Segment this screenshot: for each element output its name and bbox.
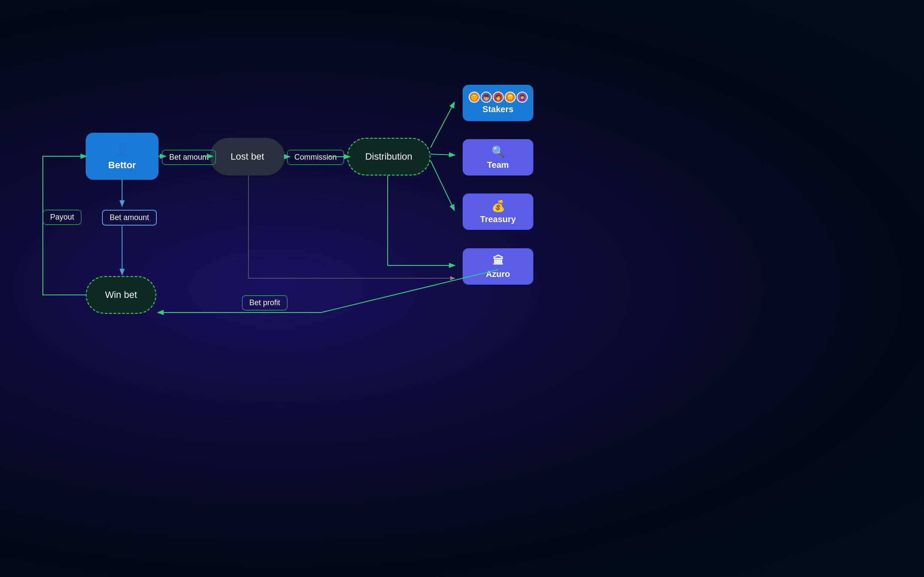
bettor-node: 👤 Bettor [86, 133, 158, 180]
avatar-3: 👩 [493, 92, 504, 103]
stakers-card: 😊 👦 👩 👱 👩‍🦱 Stakers [463, 85, 533, 121]
svg-line-6 [431, 161, 454, 210]
treasury-icon: 💰 [491, 199, 505, 213]
stakers-icons: 😊 👦 👩 👱 👩‍🦱 [469, 92, 528, 103]
bet-amount-label-vertical: Bet amount [102, 210, 157, 226]
svg-line-5 [431, 154, 454, 155]
distribution-label: Distribution [365, 151, 412, 162]
team-icon: 🔍 [491, 145, 505, 158]
payout-label: Payout [43, 210, 81, 225]
bettor-icon: 👤 [114, 142, 130, 157]
treasury-card: 💰 Treasury [463, 193, 533, 230]
bet-profit-label: Bet profit [242, 295, 287, 310]
win-bet-node: Win bet [86, 276, 156, 314]
avatar-4: 👱 [505, 92, 516, 103]
azuro-card: 🏛 Azuro [463, 248, 533, 285]
stakers-label: Stakers [482, 104, 513, 114]
distribution-node: Distribution [347, 138, 431, 175]
lost-bet-node: Lost bet [210, 138, 285, 175]
bettor-label: Bettor [108, 160, 136, 171]
avatar-5: 👩‍🦱 [517, 92, 528, 103]
azuro-label: Azuro [486, 269, 510, 279]
lost-bet-label: Lost bet [230, 151, 264, 162]
avatar-1: 😊 [469, 92, 480, 103]
treasury-label: Treasury [480, 214, 516, 224]
azuro-icon: 🏛 [493, 254, 504, 268]
win-bet-label: Win bet [105, 289, 137, 300]
team-label: Team [487, 160, 509, 170]
team-card: 🔍 Team [463, 139, 533, 175]
commission-label: Commission [287, 150, 344, 165]
avatar-2: 👦 [481, 92, 492, 103]
bet-amount-label-horizontal: Bet amount [162, 150, 216, 165]
svg-line-4 [431, 103, 454, 148]
